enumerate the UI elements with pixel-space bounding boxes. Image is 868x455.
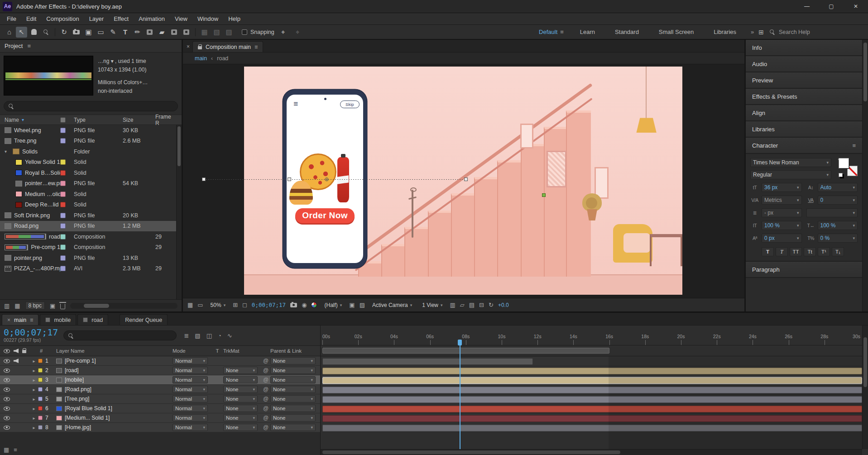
track-matte-select[interactable]: None [223,367,258,374]
blend-mode-select[interactable]: Normal [173,357,208,364]
pan-behind-tool-icon[interactable]: ▣ [83,27,94,38]
default-colors-icon[interactable] [839,173,843,177]
expand-layer-switches-icon[interactable]: ▦ [4,446,9,453]
panel-tab-info[interactable]: Info [746,40,862,56]
current-time-indicator[interactable] [460,340,460,449]
pixel-aspect-icon[interactable]: ▥ [450,302,456,308]
eye-icon[interactable] [4,416,10,420]
snapping-checkbox[interactable] [242,29,247,35]
lock-column-icon[interactable] [22,350,26,353]
layer-name[interactable]: [Pre-comp 1] [65,358,96,364]
layer-name[interactable]: [Royal Blue Solid 1] [65,405,112,412]
layer-name[interactable]: [road] [65,367,79,374]
label-chip[interactable] [60,266,66,271]
blend-mode-select[interactable]: Normal [173,386,208,393]
menu-composition[interactable]: Composition [41,15,84,22]
blend-mode-select[interactable]: Normal [173,414,208,421]
resolution-select[interactable]: (Half) [321,301,345,309]
timeline-tab-road[interactable]: road [77,314,108,325]
eye-icon[interactable] [4,397,10,401]
right-column-scrollbar[interactable] [862,40,868,311]
close-tab-icon[interactable]: × [7,317,10,323]
fill-color-swatch[interactable] [839,158,849,168]
project-row[interactable]: Yellow Solid 1 Solid [0,157,182,168]
column-parent-link[interactable]: Parent & Link [270,348,320,354]
twirl-icon[interactable]: ▸ [30,368,38,373]
eye-icon[interactable] [4,359,10,363]
composition-viewer[interactable]: ≡ Skip Order Now [183,64,744,298]
flowchart-button-icon[interactable]: ⊟ [479,302,484,308]
project-row[interactable]: Tree.png PNG file 2.6 MB [0,136,182,147]
project-scrollbar[interactable] [176,125,182,299]
puppet-pin-tool-icon[interactable] [181,27,192,38]
selection-tool-icon[interactable]: ↖ [16,27,27,38]
viewer-timecode[interactable]: 0;00;07;17 [252,302,286,308]
faux-italic-button[interactable]: T [776,247,788,256]
audio-column-icon[interactable] [14,349,19,353]
snapshot-icon[interactable] [290,303,297,307]
motion-path-point[interactable] [542,193,546,197]
layer-label-chip[interactable] [38,387,43,392]
label-chip[interactable] [60,138,66,144]
menu-view[interactable]: View [170,15,192,22]
snap-options-icon[interactable]: ⌖ [278,27,289,38]
menu-window[interactable]: Window [192,15,223,22]
menu-help[interactable]: Help [223,15,245,22]
fast-previews-icon[interactable]: ▱ [460,302,465,308]
maximize-button[interactable]: ▢ [819,0,844,13]
font-style-select[interactable]: Regular [750,170,831,179]
label-chip[interactable] [60,255,66,261]
work-area-bar[interactable] [322,348,609,354]
all-caps-button[interactable]: TT [790,247,802,256]
layer-row[interactable]: ▸ 4 [Road.png] Normal None @ None [0,385,320,394]
column-layer-name[interactable]: Layer Name [55,348,173,354]
project-row[interactable]: Wheel.png PNG file 30 KB [0,125,182,136]
subscript-button[interactable]: T₁ [832,247,844,256]
panel-tab-libraries[interactable]: Libraries [746,121,862,138]
column-type[interactable]: Type [74,117,123,123]
scrollbar-thumb[interactable] [177,126,181,166]
layer-label-chip[interactable] [38,378,43,382]
composition-canvas[interactable]: ≡ Skip Order Now [244,67,682,295]
label-column-icon[interactable] [60,117,66,123]
twirl-icon[interactable]: ▸ [30,387,38,392]
menu-animation[interactable]: Animation [134,15,170,22]
project-row[interactable]: Pre-comp 1 Composition 29 [0,242,182,253]
eye-icon[interactable] [4,407,10,411]
project-row[interactable]: pointer.png PNG file 13 KB [0,253,182,263]
layer-row-selected[interactable]: ▸ 3 [mobile] Normal None @ None [0,375,320,385]
motion-blur-icon[interactable]: ◔ [218,332,221,339]
project-bit-depth-button[interactable]: 8 bpc [25,302,45,310]
project-row[interactable]: road Composition 29 [0,231,182,242]
type-tool-icon[interactable]: T [120,27,131,38]
layer-row[interactable]: ▸ 8 [Home.jpg] Normal None @ None [0,423,320,432]
project-row-selected[interactable]: Road.png PNG file 1.2 MB [0,221,182,232]
track-matte-select[interactable]: None [223,414,258,421]
grid-guides-icon[interactable]: ⊞ [233,302,238,308]
blend-mode-select[interactable]: Normal [173,376,208,383]
layer-row[interactable]: ▸ 5 [Tree.png] Normal None @ None [0,394,320,404]
track-area[interactable]: 00s 02s 04s 06s 08s 10s 12s 14s 16s 18s … [321,326,868,455]
comp-mini-flowchart-icon[interactable]: ≣ [184,332,189,339]
blend-mode-select[interactable]: Normal [173,367,208,374]
home-icon[interactable]: ⌂ [4,27,15,38]
new-composition-icon[interactable]: ▣ [50,302,55,309]
view-layout-select[interactable]: 1 View [419,301,445,309]
layer-label-chip[interactable] [38,368,43,373]
local-axis-mode-icon[interactable]: ▦ [199,27,210,38]
workspace-overflow-icon[interactable]: » [751,29,754,35]
frame-blend-icon[interactable]: ◫ [206,332,212,339]
new-folder-icon[interactable]: ▦ [14,302,20,309]
pick-whip-icon[interactable]: @ [261,415,270,421]
panel-menu-icon[interactable]: ≡ [30,317,33,323]
sort-caret-icon[interactable]: ▾ [22,117,24,122]
eye-icon[interactable] [4,378,10,382]
rotation-tool-icon[interactable]: ↻ [58,27,70,38]
camera-select[interactable]: Active Camera [369,301,415,309]
twirl-icon[interactable]: ▸ [30,406,38,411]
trash-icon[interactable] [60,304,65,309]
label-chip[interactable] [60,170,66,176]
scrollbar-thumb[interactable] [84,304,109,308]
column-t[interactable]: T [211,348,223,354]
workspace-default[interactable]: Default [529,29,560,35]
